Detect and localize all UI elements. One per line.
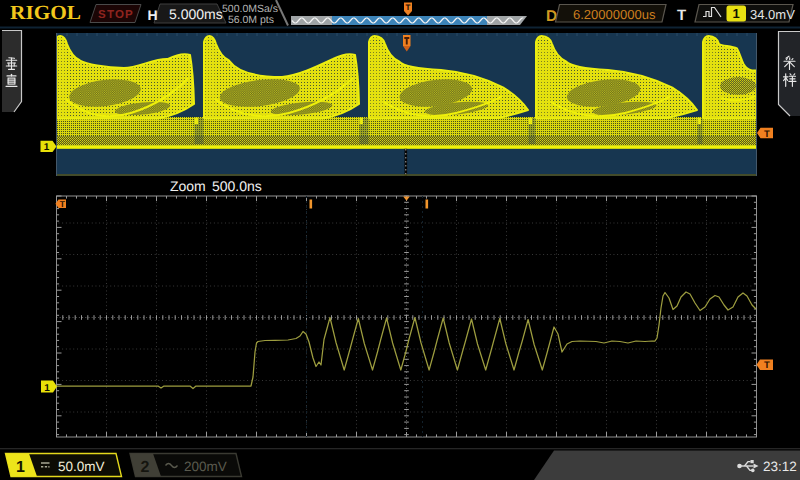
svg-text:23:12: 23:12 (763, 459, 797, 474)
svg-text:T: T (764, 129, 770, 140)
svg-text:RIGOL: RIGOL (10, 2, 81, 24)
svg-text:T: T (764, 360, 770, 371)
svg-text:34.0mV: 34.0mV (750, 7, 795, 22)
svg-text:6.20000000us: 6.20000000us (573, 7, 656, 22)
svg-text:500.0ns: 500.0ns (212, 178, 262, 194)
svg-text:STOP: STOP (98, 9, 134, 21)
svg-text:5.000ms: 5.000ms (169, 6, 223, 22)
svg-text:200mV: 200mV (184, 459, 227, 474)
svg-text:1: 1 (733, 6, 740, 21)
svg-text:Zoom: Zoom (170, 178, 206, 194)
svg-text:T: T (677, 7, 686, 24)
svg-text:1: 1 (44, 383, 50, 394)
svg-text:T: T (60, 199, 66, 209)
svg-text:56.0M pts: 56.0M pts (228, 14, 274, 26)
svg-text:2: 2 (141, 459, 150, 476)
svg-text:1: 1 (44, 142, 50, 153)
svg-text:50.0mV: 50.0mV (58, 459, 105, 474)
svg-text:T: T (406, 3, 411, 12)
svg-text:H: H (148, 7, 158, 23)
svg-text:1: 1 (16, 459, 25, 476)
